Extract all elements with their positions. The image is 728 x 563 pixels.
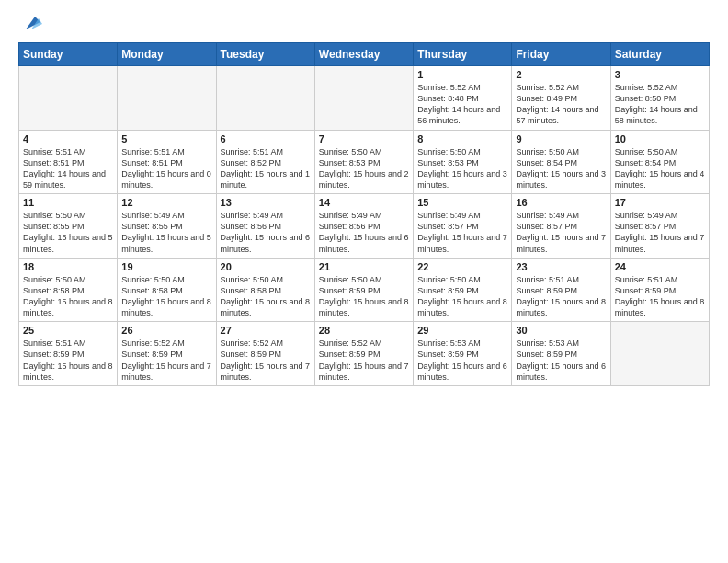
weekday-header-tuesday: Tuesday [216, 43, 314, 66]
logo [18, 17, 42, 33]
day-number: 14 [319, 197, 409, 208]
calendar-cell: 16Sunrise: 5:49 AMSunset: 8:57 PMDayligh… [512, 194, 610, 259]
day-info: Sunrise: 5:50 AMSunset: 8:59 PMDaylight:… [417, 274, 507, 319]
day-info: Sunrise: 5:50 AMSunset: 8:54 PMDaylight:… [516, 146, 606, 191]
day-info: Sunrise: 5:49 AMSunset: 8:56 PMDaylight:… [221, 210, 311, 255]
day-info: Sunrise: 5:52 AMSunset: 8:59 PMDaylight:… [319, 338, 409, 383]
day-number: 28 [319, 325, 409, 336]
weekday-header-wednesday: Wednesday [314, 43, 413, 66]
day-number: 19 [121, 261, 211, 272]
calendar-cell: 9Sunrise: 5:50 AMSunset: 8:54 PMDaylight… [512, 130, 610, 194]
day-number: 16 [516, 197, 606, 208]
day-number: 21 [319, 261, 409, 272]
day-info: Sunrise: 5:51 AMSunset: 8:51 PMDaylight:… [23, 146, 113, 191]
calendar-cell: 24Sunrise: 5:51 AMSunset: 8:59 PMDayligh… [610, 258, 709, 322]
day-info: Sunrise: 5:49 AMSunset: 8:55 PMDaylight:… [121, 210, 211, 255]
day-info: Sunrise: 5:50 AMSunset: 8:53 PMDaylight:… [319, 146, 409, 191]
day-info: Sunrise: 5:52 AMSunset: 8:49 PMDaylight:… [516, 82, 606, 127]
calendar-cell: 11Sunrise: 5:50 AMSunset: 8:55 PMDayligh… [19, 194, 118, 259]
calendar-cell: 12Sunrise: 5:49 AMSunset: 8:55 PMDayligh… [118, 194, 216, 259]
calendar-week-3: 18Sunrise: 5:50 AMSunset: 8:58 PMDayligh… [19, 258, 710, 322]
day-number: 26 [121, 325, 211, 336]
calendar-cell: 19Sunrise: 5:50 AMSunset: 8:58 PMDayligh… [118, 258, 216, 322]
day-number: 8 [417, 133, 507, 144]
day-number: 23 [516, 261, 606, 272]
day-number: 12 [121, 197, 211, 208]
day-info: Sunrise: 5:50 AMSunset: 8:58 PMDaylight:… [23, 274, 113, 319]
calendar-cell [610, 322, 709, 386]
page: SundayMondayTuesdayWednesdayThursdayFrid… [0, 0, 728, 563]
calendar-table: SundayMondayTuesdayWednesdayThursdayFrid… [18, 42, 710, 386]
calendar-cell: 22Sunrise: 5:50 AMSunset: 8:59 PMDayligh… [414, 258, 512, 322]
day-number: 4 [23, 133, 113, 144]
calendar-cell: 13Sunrise: 5:49 AMSunset: 8:56 PMDayligh… [216, 194, 314, 259]
day-number: 18 [23, 261, 113, 272]
day-info: Sunrise: 5:49 AMSunset: 8:57 PMDaylight:… [615, 210, 705, 255]
header [18, 17, 710, 33]
day-info: Sunrise: 5:49 AMSunset: 8:56 PMDaylight:… [319, 210, 409, 255]
calendar-cell: 29Sunrise: 5:53 AMSunset: 8:59 PMDayligh… [414, 322, 512, 386]
calendar-cell: 1Sunrise: 5:52 AMSunset: 8:48 PMDaylight… [414, 66, 512, 131]
day-info: Sunrise: 5:52 AMSunset: 8:50 PMDaylight:… [615, 82, 705, 127]
calendar-cell: 30Sunrise: 5:53 AMSunset: 8:59 PMDayligh… [512, 322, 610, 386]
weekday-header-thursday: Thursday [414, 43, 512, 66]
day-number: 25 [23, 325, 113, 336]
weekday-header-monday: Monday [118, 43, 216, 66]
calendar-cell: 28Sunrise: 5:52 AMSunset: 8:59 PMDayligh… [314, 322, 413, 386]
day-info: Sunrise: 5:51 AMSunset: 8:59 PMDaylight:… [615, 274, 705, 319]
calendar-cell [216, 66, 314, 131]
calendar-cell: 2Sunrise: 5:52 AMSunset: 8:49 PMDaylight… [512, 66, 610, 131]
day-number: 22 [417, 261, 507, 272]
calendar-cell [19, 66, 118, 131]
calendar-cell: 17Sunrise: 5:49 AMSunset: 8:57 PMDayligh… [610, 194, 709, 259]
calendar-cell: 7Sunrise: 5:50 AMSunset: 8:53 PMDaylight… [314, 130, 413, 194]
calendar-cell [118, 66, 216, 131]
logo-icon [22, 13, 42, 33]
calendar-cell: 8Sunrise: 5:50 AMSunset: 8:53 PMDaylight… [414, 130, 512, 194]
calendar-cell: 25Sunrise: 5:51 AMSunset: 8:59 PMDayligh… [19, 322, 118, 386]
day-number: 29 [417, 325, 507, 336]
calendar-cell: 5Sunrise: 5:51 AMSunset: 8:51 PMDaylight… [118, 130, 216, 194]
calendar-header: SundayMondayTuesdayWednesdayThursdayFrid… [19, 43, 710, 66]
day-number: 10 [615, 133, 705, 144]
calendar-week-4: 25Sunrise: 5:51 AMSunset: 8:59 PMDayligh… [19, 322, 710, 386]
calendar-week-1: 4Sunrise: 5:51 AMSunset: 8:51 PMDaylight… [19, 130, 710, 194]
calendar-cell: 26Sunrise: 5:52 AMSunset: 8:59 PMDayligh… [118, 322, 216, 386]
calendar-cell: 4Sunrise: 5:51 AMSunset: 8:51 PMDaylight… [19, 130, 118, 194]
calendar-cell: 3Sunrise: 5:52 AMSunset: 8:50 PMDaylight… [610, 66, 709, 131]
day-number: 11 [23, 197, 113, 208]
calendar-body: 1Sunrise: 5:52 AMSunset: 8:48 PMDaylight… [19, 66, 710, 386]
day-info: Sunrise: 5:52 AMSunset: 8:59 PMDaylight:… [221, 338, 311, 383]
day-number: 24 [615, 261, 705, 272]
calendar-cell: 27Sunrise: 5:52 AMSunset: 8:59 PMDayligh… [216, 322, 314, 386]
calendar-cell: 15Sunrise: 5:49 AMSunset: 8:57 PMDayligh… [414, 194, 512, 259]
weekday-header-sunday: Sunday [19, 43, 118, 66]
day-info: Sunrise: 5:53 AMSunset: 8:59 PMDaylight:… [516, 338, 606, 383]
calendar-cell: 20Sunrise: 5:50 AMSunset: 8:58 PMDayligh… [216, 258, 314, 322]
calendar-cell: 21Sunrise: 5:50 AMSunset: 8:59 PMDayligh… [314, 258, 413, 322]
day-info: Sunrise: 5:51 AMSunset: 8:52 PMDaylight:… [221, 146, 311, 191]
day-number: 2 [516, 69, 606, 80]
day-info: Sunrise: 5:51 AMSunset: 8:51 PMDaylight:… [121, 146, 211, 191]
day-number: 1 [417, 69, 507, 80]
calendar-cell: 6Sunrise: 5:51 AMSunset: 8:52 PMDaylight… [216, 130, 314, 194]
day-info: Sunrise: 5:51 AMSunset: 8:59 PMDaylight:… [516, 274, 606, 319]
day-info: Sunrise: 5:51 AMSunset: 8:59 PMDaylight:… [23, 338, 113, 383]
weekday-header-friday: Friday [512, 43, 610, 66]
day-number: 30 [516, 325, 606, 336]
day-info: Sunrise: 5:49 AMSunset: 8:57 PMDaylight:… [417, 210, 507, 255]
day-info: Sunrise: 5:50 AMSunset: 8:59 PMDaylight:… [319, 274, 409, 319]
day-number: 7 [319, 133, 409, 144]
calendar-cell: 23Sunrise: 5:51 AMSunset: 8:59 PMDayligh… [512, 258, 610, 322]
day-number: 20 [221, 261, 311, 272]
day-number: 3 [615, 69, 705, 80]
day-number: 6 [221, 133, 311, 144]
calendar-cell [314, 66, 413, 131]
day-number: 9 [516, 133, 606, 144]
calendar-week-0: 1Sunrise: 5:52 AMSunset: 8:48 PMDaylight… [19, 66, 710, 131]
day-info: Sunrise: 5:53 AMSunset: 8:59 PMDaylight:… [417, 338, 507, 383]
day-number: 15 [417, 197, 507, 208]
calendar-cell: 18Sunrise: 5:50 AMSunset: 8:58 PMDayligh… [19, 258, 118, 322]
day-info: Sunrise: 5:52 AMSunset: 8:48 PMDaylight:… [417, 82, 507, 127]
day-info: Sunrise: 5:50 AMSunset: 8:55 PMDaylight:… [23, 210, 113, 255]
